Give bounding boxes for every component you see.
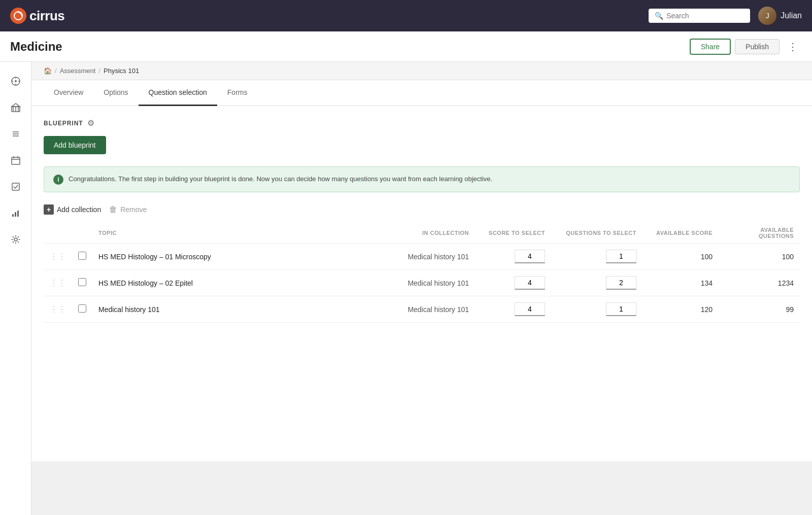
table-row: ⋮⋮ Medical history 101 Medical history 1… <box>44 296 800 323</box>
topic-name: Medical history 101 <box>98 305 160 314</box>
collection-toolbar: + Add collection 🗑 Remove <box>44 204 800 215</box>
svg-rect-22 <box>17 211 19 217</box>
score-to-select-input[interactable] <box>515 302 545 316</box>
sidebar-item-settings[interactable] <box>5 228 27 251</box>
avatar: J <box>758 7 776 25</box>
info-text: Congratulations. The first step in build… <box>69 174 492 184</box>
topic-name: HS MED Histology – 01 Microscopy <box>98 253 211 261</box>
col-collection-header: IN COLLECTION <box>374 223 475 244</box>
page-title: Medicine <box>10 40 62 54</box>
col-check-header <box>72 223 92 244</box>
publish-button[interactable]: Publish <box>735 39 780 54</box>
inner-content: Overview Options Question selection Form… <box>31 80 812 461</box>
sidebar-item-checklist[interactable] <box>5 176 27 198</box>
breadcrumb-current: Physics 101 <box>104 67 139 75</box>
blueprint-label: BLUEPRINT <box>44 120 83 127</box>
svg-rect-21 <box>15 212 16 217</box>
blueprint-header: BLUEPRINT ⚙ <box>44 118 800 128</box>
sidebar-item-chart[interactable] <box>5 202 27 224</box>
col-topic-header: TOPIC <box>92 223 374 244</box>
row-checkbox[interactable] <box>78 252 86 260</box>
user-name: Julian <box>781 11 802 20</box>
available-score: 134 <box>701 279 713 287</box>
questions-to-select-input[interactable] <box>606 302 636 316</box>
questions-to-select-input[interactable] <box>606 276 636 290</box>
collection-name: Medical history 101 <box>408 253 469 261</box>
drag-handle[interactable]: ⋮⋮ <box>50 252 66 261</box>
user-info: J Julian <box>758 7 802 25</box>
available-questions: 1234 <box>778 279 794 287</box>
svg-rect-19 <box>12 183 19 190</box>
remove-button[interactable]: 🗑 Remove <box>109 205 147 214</box>
logo-icon <box>10 8 26 24</box>
header-actions: Share Publish ⋮ <box>690 39 802 55</box>
col-avail-q-header: AVAILABLE QUESTIONS <box>719 223 800 244</box>
col-questions-header: QUESTIONS TO SELECT <box>551 223 642 244</box>
available-score: 120 <box>701 305 713 314</box>
available-questions: 100 <box>782 253 794 261</box>
breadcrumb-assessment[interactable]: Assessment <box>60 67 96 75</box>
topic-name: HS MED Histology – 02 Epitel <box>98 279 193 287</box>
share-button[interactable]: Share <box>690 39 731 55</box>
sidebar-item-bank[interactable] <box>5 96 27 119</box>
tabs: Overview Options Question selection Form… <box>31 80 812 106</box>
info-banner: i Congratulations. The first step in bui… <box>44 166 800 192</box>
add-collection-button[interactable]: + Add collection <box>44 204 101 215</box>
add-icon: + <box>44 204 54 215</box>
remove-label: Remove <box>120 205 147 214</box>
breadcrumb-sep1: / <box>55 67 57 75</box>
logo: cirrus <box>10 8 64 24</box>
tab-forms[interactable]: Forms <box>217 80 258 106</box>
tab-content: BLUEPRINT ⚙ Add blueprint i Congratulati… <box>31 106 812 461</box>
search-input[interactable] <box>666 12 744 20</box>
score-to-select-input[interactable] <box>515 276 545 290</box>
breadcrumb-home-icon[interactable]: 🏠 <box>44 67 52 75</box>
col-score-header: SCORE TO SELECT <box>475 223 551 244</box>
sidebar <box>0 62 31 515</box>
drag-handle[interactable]: ⋮⋮ <box>50 305 66 314</box>
table-row: ⋮⋮ HS MED Histology – 01 Microscopy Medi… <box>44 244 800 270</box>
collection-name: Medical history 101 <box>408 305 469 314</box>
breadcrumb: 🏠 / Assessment / Physics 101 <box>31 62 812 80</box>
more-options-button[interactable]: ⋮ <box>784 39 802 55</box>
add-blueprint-button[interactable]: Add blueprint <box>44 136 106 154</box>
table-row: ⋮⋮ HS MED Histology – 02 Epitel Medical … <box>44 270 800 296</box>
data-table: TOPIC IN COLLECTION SCORE TO SELECT QUES… <box>44 223 800 323</box>
score-to-select-input[interactable] <box>515 250 545 263</box>
svg-rect-20 <box>12 214 14 217</box>
search-box[interactable]: 🔍 <box>649 9 750 23</box>
row-checkbox[interactable] <box>78 304 86 313</box>
tab-overview[interactable]: Overview <box>44 80 93 106</box>
sidebar-item-compass[interactable] <box>5 70 27 92</box>
col-avail-score-header: AVAILABLE SCORE <box>642 223 719 244</box>
available-questions: 99 <box>786 305 794 314</box>
sub-header: Medicine Share Publish ⋮ <box>0 31 812 62</box>
add-collection-label: Add collection <box>57 205 101 214</box>
available-score: 100 <box>701 253 713 261</box>
info-icon: i <box>53 175 63 185</box>
blueprint-settings-icon[interactable]: ⚙ <box>87 118 94 128</box>
content-area: 🏠 / Assessment / Physics 101 Overview Op… <box>31 62 812 515</box>
breadcrumb-sep2: / <box>98 67 100 75</box>
svg-marker-11 <box>12 104 20 107</box>
search-icon: 🔍 <box>655 12 663 20</box>
svg-point-23 <box>14 238 17 241</box>
svg-rect-15 <box>12 157 20 164</box>
nav-right: 🔍 J Julian <box>649 7 802 25</box>
main-layout: 🏠 / Assessment / Physics 101 Overview Op… <box>0 62 812 515</box>
sidebar-item-list[interactable] <box>5 123 27 145</box>
row-checkbox[interactable] <box>78 278 86 286</box>
drag-handle[interactable]: ⋮⋮ <box>50 279 66 287</box>
questions-to-select-input[interactable] <box>606 250 636 263</box>
col-drag-header <box>44 223 72 244</box>
tab-question-selection[interactable]: Question selection <box>139 80 217 106</box>
svg-point-2 <box>15 80 17 82</box>
logo-text: cirrus <box>29 8 64 24</box>
collection-name: Medical history 101 <box>408 279 469 287</box>
sidebar-item-calendar[interactable] <box>5 149 27 171</box>
top-nav: cirrus 🔍 J Julian <box>0 0 812 31</box>
trash-icon: 🗑 <box>109 205 117 214</box>
tab-options[interactable]: Options <box>93 80 138 106</box>
